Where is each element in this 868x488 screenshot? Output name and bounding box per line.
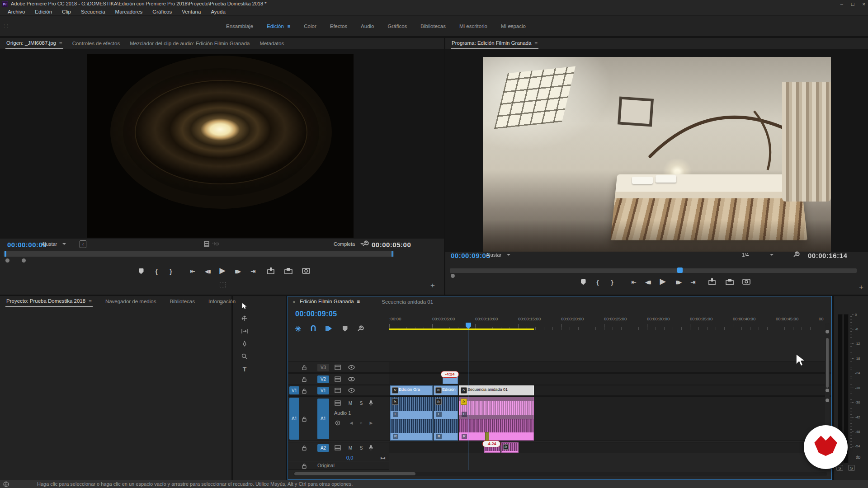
source-fit-dropdown[interactable]: Ajustar: [42, 241, 66, 247]
workspace-tab[interactable]: Mi escritorio: [459, 23, 487, 29]
close-button[interactable]: ×: [863, 1, 865, 7]
sync-lock-icon[interactable]: [335, 445, 341, 450]
program-fit-dropdown[interactable]: Ajustar: [486, 252, 510, 258]
project-tab[interactable]: Proyecto: Prueba Domestika 2018≡: [5, 298, 93, 307]
mark-out-button[interactable]: }: [606, 277, 618, 287]
v1-clip-1[interactable]: fx Edición Gra: [390, 385, 433, 395]
source-patch-a1[interactable]: A1: [289, 398, 299, 440]
project-tab[interactable]: Navegador de medios: [104, 299, 157, 307]
panel-menu-icon[interactable]: ≡: [288, 23, 290, 29]
overwrite-icon[interactable]: [284, 267, 293, 275]
sync-lock-icon[interactable]: [335, 388, 341, 393]
step-forward-button[interactable]: ▮▶: [672, 277, 685, 287]
type-tool[interactable]: T: [239, 364, 250, 375]
add-marker-button[interactable]: [135, 266, 147, 277]
play-button[interactable]: ▶: [656, 276, 669, 286]
track-resize-knob[interactable]: [826, 399, 829, 402]
solo-right-button[interactable]: S: [848, 465, 855, 471]
v1-clip-2[interactable]: fx Edición: [434, 385, 458, 395]
scrubber-knob[interactable]: [451, 274, 455, 278]
track-select-tool[interactable]: [239, 313, 250, 324]
eye-icon[interactable]: [348, 388, 355, 393]
sequence-tab[interactable]: Edición Filmin Granada≡: [299, 299, 361, 307]
step-forward-button[interactable]: ▮▶: [231, 266, 244, 277]
menu-item[interactable]: Secuencia: [76, 9, 110, 14]
ripple-edit-tool[interactable]: [239, 326, 250, 337]
lock-icon[interactable]: [302, 416, 307, 422]
master-track-name[interactable]: Original: [317, 463, 335, 468]
goto-out-button[interactable]: ⇥: [247, 266, 259, 277]
v1-clip-selected[interactable]: fx Secuencia anidada 01: [459, 385, 534, 395]
mute-button[interactable]: M: [346, 444, 354, 451]
track-badge-v3[interactable]: V3: [317, 364, 329, 371]
mute-button[interactable]: M: [346, 399, 354, 407]
export-frame-camera-icon[interactable]: [742, 278, 750, 285]
pen-tool[interactable]: [239, 338, 250, 349]
snap-magnet-icon[interactable]: [308, 324, 319, 333]
eye-icon[interactable]: [348, 365, 355, 370]
sync-lock-icon[interactable]: [335, 376, 341, 382]
zoom-handle-left[interactable]: [5, 258, 9, 263]
menu-item[interactable]: Clip: [57, 9, 76, 14]
master-gain-value[interactable]: 0,0: [346, 455, 353, 460]
audio-waveform-icon[interactable]: [212, 242, 220, 246]
settings-wrench-icon[interactable]: [362, 240, 369, 247]
track-badge-v2[interactable]: V2: [317, 375, 329, 383]
panel-menu-icon[interactable]: ≡: [59, 40, 62, 46]
zoom-handle-right[interactable]: [22, 258, 26, 263]
a1-clip-1[interactable]: L R fx: [390, 397, 433, 441]
workspace-tab[interactable]: Edición≡: [267, 23, 290, 29]
project-tab[interactable]: Bibliotecas: [169, 299, 196, 307]
a1-clip-nested-pink[interactable]: L R fx: [459, 397, 534, 441]
track-resize-knob[interactable]: [826, 330, 829, 333]
source-quality-dropdown[interactable]: Completa: [334, 241, 364, 247]
mic-icon[interactable]: [369, 445, 373, 451]
fit-sequence-icon[interactable]: ▶◀: [381, 456, 385, 460]
maximize-button[interactable]: □: [851, 1, 854, 7]
solo-button[interactable]: S: [357, 399, 365, 407]
add-button-icon[interactable]: +: [859, 283, 863, 292]
sequence-tab[interactable]: Secuencia anidada 01: [381, 299, 434, 307]
workspace-tab[interactable]: Efectos: [330, 23, 347, 29]
program-scrubber[interactable]: [450, 268, 857, 273]
audio-track-name[interactable]: Audio 1: [334, 410, 351, 416]
workspace-tab[interactable]: Audio: [361, 23, 374, 29]
timeline-settings-wrench-icon[interactable]: [355, 324, 366, 333]
mic-icon[interactable]: [369, 400, 373, 406]
step-back-button[interactable]: ◀▮: [642, 277, 655, 287]
a2-lane[interactable]: [389, 442, 831, 453]
nest-sequences-icon[interactable]: [292, 324, 303, 333]
goto-in-button[interactable]: ⇤: [186, 266, 199, 277]
source-scrubber[interactable]: [4, 251, 394, 257]
source-tab[interactable]: Origen: _JMI6087.jpg≡: [5, 40, 63, 49]
menu-item[interactable]: Gráficos: [147, 9, 177, 14]
a2-clip-2[interactable]: fx: [501, 442, 519, 453]
prev-keyframe-icon[interactable]: ◀: [347, 419, 355, 427]
menu-item[interactable]: Ayuda: [206, 9, 230, 14]
mark-in-button[interactable]: {: [150, 266, 163, 277]
export-frame-camera-icon[interactable]: [302, 267, 310, 274]
add-keyframe-icon[interactable]: ○: [357, 419, 365, 427]
menu-item[interactable]: Edición: [30, 9, 57, 14]
step-back-button[interactable]: ◀▮: [202, 266, 214, 277]
next-keyframe-icon[interactable]: ▶: [367, 419, 375, 427]
workspace-overflow-icon[interactable]: »: [510, 23, 513, 29]
program-quality-dropdown[interactable]: 1/4: [742, 252, 774, 258]
source-timecode[interactable]: 00:00:00:00: [7, 241, 47, 249]
workspace-tab[interactable]: Color: [304, 23, 316, 29]
timeline-hscrollbar[interactable]: [293, 472, 827, 476]
source-tab[interactable]: Controles de efectos: [71, 41, 121, 49]
workspace-tab[interactable]: Ensamblaje: [226, 23, 253, 29]
linked-selection-icon[interactable]: [323, 324, 334, 333]
source-tab[interactable]: Mezclador del clip de audio: Edición Fil…: [129, 41, 250, 49]
sync-lock-icon[interactable]: [335, 365, 341, 370]
minimize-button[interactable]: –: [840, 1, 843, 7]
program-playhead-marker[interactable]: [677, 267, 683, 273]
lock-icon[interactable]: [302, 365, 307, 370]
goto-out-button[interactable]: ⇥: [687, 277, 699, 287]
solo-button[interactable]: S: [357, 444, 365, 451]
mark-in-button[interactable]: {: [591, 277, 604, 287]
panel-menu-icon[interactable]: ≡: [357, 299, 360, 304]
lock-icon[interactable]: [302, 388, 307, 394]
insert-icon[interactable]: [267, 267, 276, 275]
